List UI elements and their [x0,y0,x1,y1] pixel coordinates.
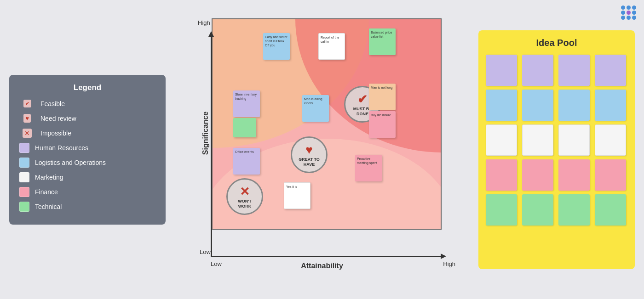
legend-label-hr: Human Resources [35,144,88,152]
legend-item-finance: Finance [19,187,155,197]
legend-label-logistics: Logistics and Operations [35,159,106,166]
sticky-s5[interactable] [233,118,256,137]
legend-label-technical: Technical [35,203,62,210]
pool-sticky-6[interactable] [522,90,553,121]
pool-sticky-14[interactable] [522,159,553,191]
pool-sticky-16[interactable] [595,159,626,191]
zone-great-to-have: ♥ GREAT TOHAVE [291,136,328,173]
sticky-s3[interactable]: Balanced price value list [369,28,396,55]
idea-pool-grid [486,55,627,226]
pool-sticky-10[interactable] [522,124,553,156]
legend-item-technical: Technical [19,202,155,212]
legend-item-marketing: Marketing [19,172,155,182]
sticky-s8[interactable]: Buy life insure [369,111,396,138]
great-to-have-label: GREAT TOHAVE [299,157,320,167]
pool-sticky-1[interactable] [486,55,517,86]
wont-work-label: WON'TWORK [238,199,252,209]
legend-panel: Legend ✔ Feasible ♥ Need review ✕ Imposs… [9,75,166,225]
pool-sticky-8[interactable] [595,90,626,121]
sticky-s4[interactable]: Store inventory tracking [233,90,260,117]
swatch-logistics [19,158,29,168]
pool-sticky-3[interactable] [558,55,590,86]
axis-x-label: Attainability [301,262,343,270]
chart-wrapper: Significance High Low ✔ MUST BEDONE [189,9,455,257]
legend-label-review: Need review [40,115,76,122]
idea-pool-title: Idea Pool [486,38,627,48]
legend-label-impossible: Impossible [40,130,71,137]
pool-sticky-2[interactable] [522,55,553,86]
axis-y-low: Low [200,248,211,255]
legend-item-logistics: Logistics and Operations [19,158,155,168]
axis-y-label: Significance [201,112,210,155]
sticky-s7[interactable]: Man is not long [369,84,396,110]
legend-label-feasible: Feasible [40,100,65,107]
great-heart-icon: ♥ [305,143,312,157]
legend-item-hr: Human Resources [19,143,155,153]
pool-sticky-12[interactable] [595,124,626,156]
legend-title: Legend [19,83,155,92]
review-icon: ♥ [19,113,35,124]
axis-y-high: High [198,19,210,26]
axis-x [211,256,443,257]
feasible-icon: ✔ [19,99,35,109]
swatch-technical [19,202,29,212]
app-logo [621,6,638,22]
sticky-s6[interactable]: Man is doing elders [302,95,329,122]
pool-sticky-15[interactable] [558,159,590,191]
pool-sticky-20[interactable] [595,194,626,226]
pool-sticky-9[interactable] [486,124,517,156]
axis-y [211,35,212,257]
legend-label-finance: Finance [35,188,58,196]
zone-wont-work: ✕ WON'TWORK [226,178,263,215]
legend-label-marketing: Marketing [35,174,63,181]
sticky-s9[interactable]: Office events [233,148,260,175]
swatch-hr [19,143,29,153]
swatch-marketing [19,172,29,182]
sticky-s2[interactable]: Report of the call in [318,33,345,60]
legend-item-review: ♥ Need review [19,113,155,124]
idea-pool-panel: Idea Pool [478,30,635,269]
pool-sticky-17[interactable] [486,194,517,226]
impossible-icon: ✕ [19,128,35,138]
legend-item-feasible: ✔ Feasible [19,99,155,109]
sticky-s1[interactable]: Easy and faster short cut took Off you [263,33,290,60]
pool-sticky-11[interactable] [558,124,590,156]
must-checkmark-icon: ✔ [357,92,368,107]
chart-container: Significance High Low ✔ MUST BEDONE [170,9,474,290]
swatch-finance [19,187,29,197]
pool-sticky-13[interactable] [486,159,517,191]
axis-x-high-tick: High [443,260,455,267]
pool-sticky-18[interactable] [522,194,553,226]
legend-item-impossible: ✕ Impossible [19,128,155,138]
axis-x-low-tick: Low [211,260,222,267]
sticky-s11[interactable]: Yes it is [284,182,310,209]
chart-area: ✔ MUST BEDONE ♥ GREAT TOHAVE ✕ WON'TWORK… [212,18,442,230]
pool-sticky-7[interactable] [558,90,590,121]
pool-sticky-19[interactable] [558,194,590,226]
pool-sticky-5[interactable] [486,90,517,121]
wont-x-icon: ✕ [240,185,250,199]
sticky-s10[interactable]: Proactive meeting spent [355,155,382,181]
pool-sticky-4[interactable] [595,55,626,86]
